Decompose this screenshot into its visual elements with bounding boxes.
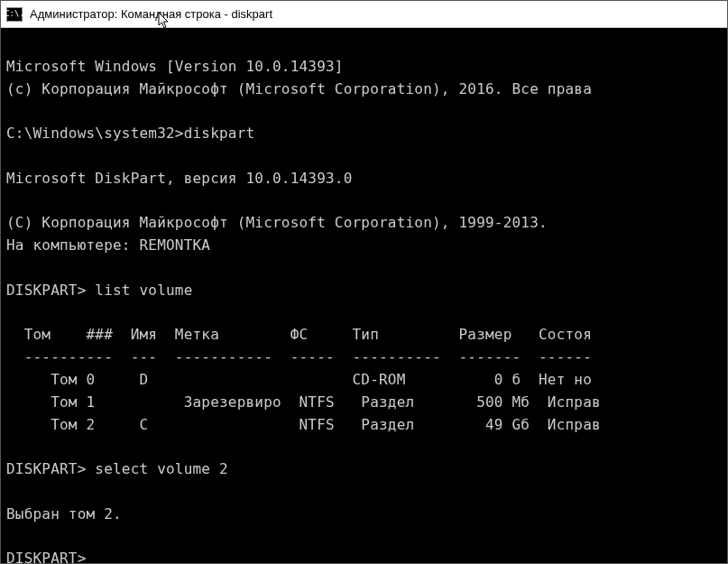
titlebar[interactable]: C:\. Администратор: Командная строка - d… bbox=[1, 1, 727, 28]
window-title: Администратор: Командная строка - diskpa… bbox=[30, 7, 272, 21]
table-header: Том ### Имя Метка ФС Тип Размер Состоя bbox=[6, 326, 592, 343]
output-line: На компьютере: REMONTKA bbox=[6, 236, 210, 254]
command-line: DISKPART> select volume 2 bbox=[6, 460, 228, 477]
cmd-icon: C:\. bbox=[6, 7, 23, 22]
table-row: Том 0 D CD-ROM 0 б Нет но bbox=[6, 371, 592, 388]
output-line: Microsoft DiskPart, версия 10.0.14393.0 bbox=[6, 170, 352, 187]
table-row: Том 2 C NTFS Раздел 49 Gб Исправ bbox=[6, 416, 601, 433]
prompt-line: DISKPART> bbox=[6, 550, 87, 563]
terminal-output[interactable]: Microsoft Windows [Version 10.0.14393] (… bbox=[1, 28, 727, 563]
command-line: DISKPART> list volume bbox=[6, 282, 193, 299]
output-line: (C) Корпорация Майкрософт (Microsoft Cor… bbox=[6, 214, 548, 231]
output-line: Выбран том 2. bbox=[6, 505, 122, 522]
command-line: C:\Windows\system32>diskpart bbox=[6, 125, 254, 142]
output-line: (c) Корпорация Майкрософт (Microsoft Cor… bbox=[6, 80, 592, 97]
output-line: Microsoft Windows [Version 10.0.14393] bbox=[6, 58, 344, 75]
table-row: Том 1 Зарезервиро NTFS Раздел 500 Mб Исп… bbox=[6, 393, 601, 411]
table-divider: ---------- --- ----------- ----- -------… bbox=[6, 348, 592, 365]
command-prompt-window: C:\. Администратор: Командная строка - d… bbox=[0, 0, 728, 564]
